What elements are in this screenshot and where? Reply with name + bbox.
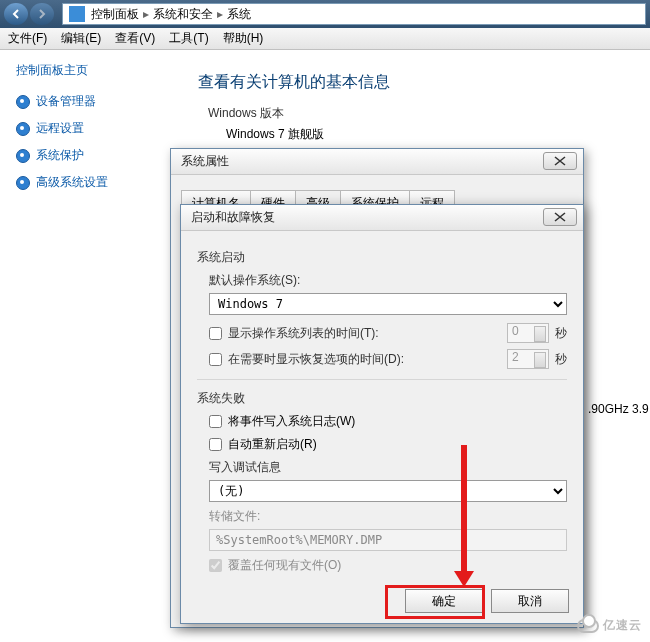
label-show-os-list: 显示操作系统列表的时间(T):	[228, 325, 507, 342]
dialog-title-text: 系统属性	[181, 153, 229, 170]
dialog-title-text: 启动和故障恢复	[191, 209, 275, 226]
label-overwrite: 覆盖任何现有文件(O)	[228, 557, 341, 574]
sidebar-item-device-manager[interactable]: 设备管理器	[16, 93, 164, 110]
spinner-os-list-seconds[interactable]: 0	[507, 323, 549, 343]
breadcrumb-leaf[interactable]: 系统	[227, 6, 251, 23]
sidebar-item-label: 设备管理器	[36, 93, 96, 110]
sidebar-item-label: 远程设置	[36, 120, 84, 137]
menu-edit[interactable]: 编辑(E)	[61, 30, 101, 47]
shield-icon	[16, 176, 30, 190]
breadcrumb-mid[interactable]: 系统和安全	[153, 6, 213, 23]
select-dump-type[interactable]: (无)	[209, 480, 567, 502]
checkbox-write-event[interactable]	[209, 415, 222, 428]
chevron-right-icon: ▸	[143, 7, 149, 21]
input-dump-file	[209, 529, 567, 551]
checkbox-show-recovery[interactable]	[209, 353, 222, 366]
sidebar-item-label: 高级系统设置	[36, 174, 108, 191]
chevron-right-icon: ▸	[217, 7, 223, 21]
cancel-button[interactable]: 取消	[491, 589, 569, 613]
dialog-close-button[interactable]	[543, 152, 577, 170]
menu-help[interactable]: 帮助(H)	[223, 30, 264, 47]
sidebar: 控制面板主页 设备管理器 远程设置 系统保护 高级系统设置	[0, 50, 180, 213]
label-seconds: 秒	[555, 351, 567, 368]
annotation-highlight	[385, 585, 485, 619]
menu-tools[interactable]: 工具(T)	[169, 30, 208, 47]
label-dump-info: 写入调试信息	[209, 459, 567, 476]
label-show-recovery: 在需要时显示恢复选项的时间(D):	[228, 351, 507, 368]
sidebar-item-advanced[interactable]: 高级系统设置	[16, 174, 164, 191]
spinner-recovery-seconds[interactable]: 2	[507, 349, 549, 369]
windows-edition-value: Windows 7 旗舰版	[226, 126, 650, 143]
section-windows-edition: Windows 版本	[208, 105, 650, 122]
select-default-os[interactable]: Windows 7	[209, 293, 567, 315]
label-dump-file: 转储文件:	[209, 508, 567, 525]
menubar: 文件(F) 编辑(E) 查看(V) 工具(T) 帮助(H)	[0, 28, 650, 50]
breadcrumb[interactable]: 控制面板 ▸ 系统和安全 ▸ 系统	[62, 3, 646, 25]
sidebar-home[interactable]: 控制面板主页	[16, 62, 164, 79]
label-write-event: 将事件写入系统日志(W)	[228, 413, 355, 430]
control-panel-icon	[69, 6, 85, 22]
menu-view[interactable]: 查看(V)	[115, 30, 155, 47]
shield-icon	[16, 149, 30, 163]
nav-back-button[interactable]	[4, 3, 28, 25]
sidebar-item-remote[interactable]: 远程设置	[16, 120, 164, 137]
dialog-titlebar: 启动和故障恢复	[181, 205, 583, 231]
nav-forward-button[interactable]	[30, 3, 54, 25]
page-heading: 查看有关计算机的基本信息	[198, 72, 650, 93]
checkbox-auto-restart[interactable]	[209, 438, 222, 451]
sidebar-item-label: 系统保护	[36, 147, 84, 164]
window-titlebar: 控制面板 ▸ 系统和安全 ▸ 系统	[0, 0, 650, 28]
main-content: 查看有关计算机的基本信息 Windows 版本 Windows 7 旗舰版 .9…	[198, 60, 650, 143]
label-auto-restart: 自动重新启动(R)	[228, 436, 317, 453]
dialog-titlebar: 系统属性	[171, 149, 583, 175]
cpu-spec-partial: .90GHz 3.9	[588, 402, 649, 416]
cloud-icon	[577, 619, 599, 633]
breadcrumb-root[interactable]: 控制面板	[91, 6, 139, 23]
divider	[197, 379, 567, 380]
group-system-failure: 系统失败	[197, 390, 567, 407]
dialog-startup-recovery: 启动和故障恢复 系统启动 默认操作系统(S): Windows 7 显示操作系统…	[180, 204, 584, 624]
shield-icon	[16, 122, 30, 136]
group-system-startup: 系统启动	[197, 249, 567, 266]
label-default-os: 默认操作系统(S):	[209, 272, 567, 289]
dialog-close-button[interactable]	[543, 208, 577, 226]
watermark-text: 亿速云	[603, 617, 642, 634]
menu-file[interactable]: 文件(F)	[8, 30, 47, 47]
label-seconds: 秒	[555, 325, 567, 342]
sidebar-item-protection[interactable]: 系统保护	[16, 147, 164, 164]
checkbox-overwrite	[209, 559, 222, 572]
shield-icon	[16, 95, 30, 109]
checkbox-show-os-list[interactable]	[209, 327, 222, 340]
watermark: 亿速云	[577, 617, 642, 634]
